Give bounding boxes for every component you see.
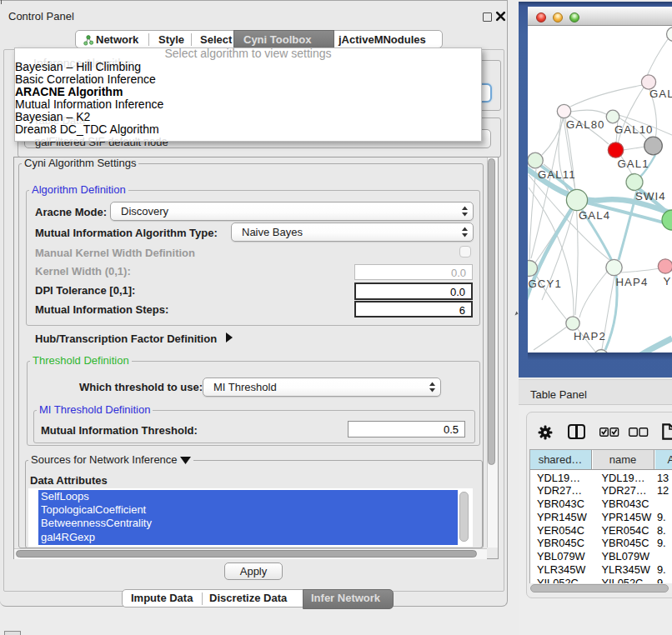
svg-text:GAL80: GAL80 (566, 118, 605, 131)
svg-text:HAP4: HAP4 (616, 276, 649, 288)
svg-text:GAL10: GAL10 (614, 123, 654, 136)
svg-text:YM: YM (664, 275, 672, 288)
svg-text:GAL4: GAL4 (579, 209, 610, 222)
svg-text:SWI4: SWI4 (635, 190, 666, 202)
svg-text:GAL7: GAL7 (649, 88, 672, 100)
svg-text:GCY1: GCY1 (529, 278, 562, 290)
svg-text:GAL1: GAL1 (618, 158, 649, 170)
svg-text:HAP2: HAP2 (574, 330, 606, 342)
svg-text:GAL11: GAL11 (538, 168, 576, 181)
